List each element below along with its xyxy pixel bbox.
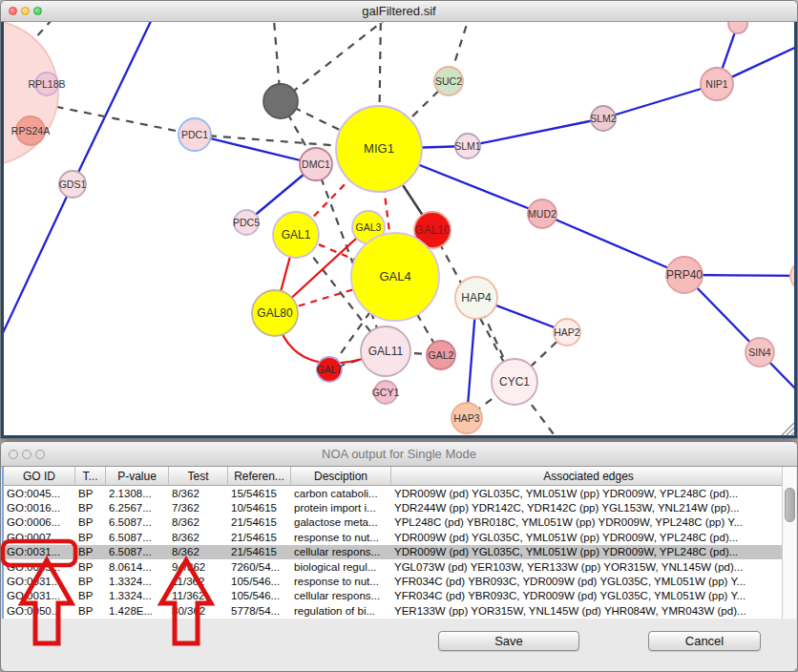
table-cell: YFR034C (pd) YBR093C, YDR009W (pd) YGL03… (391, 576, 787, 587)
node-label-HAP2: HAP2 (554, 326, 580, 338)
table-cell: 8/362 (169, 532, 228, 543)
node-label-PDC1: PDC1 (181, 129, 208, 140)
node-trpart[interactable] (728, 22, 747, 33)
table-cell: 8/362 (169, 546, 228, 557)
table-cell: 8/362 (169, 516, 228, 528)
table-cell: BP (75, 532, 106, 543)
node-grayNode[interactable] (263, 84, 298, 118)
table-cell: 21/54615 (228, 516, 291, 528)
zoom-button[interactable] (33, 7, 42, 15)
node-label-GAL7: GAL7 (317, 364, 343, 375)
node-label-SIN4: SIN4 (748, 346, 771, 358)
minimize-button[interactable] (22, 450, 32, 459)
table-cell: GO:0031... (4, 546, 75, 557)
close-button[interactable] (9, 7, 17, 15)
node-label-GAL10: GAL10 (414, 223, 451, 237)
node-label-HAP4: HAP4 (461, 291, 492, 304)
node-label-GAL2: GAL2 (429, 349, 454, 361)
table-cell: YDR244W (pp) YDR142C, YDR142C (pp) YGL15… (391, 502, 787, 514)
table-cell: BP (75, 502, 106, 514)
column-header-p-value[interactable]: P-value (106, 467, 169, 485)
table-cell: GO:0031... (4, 590, 75, 601)
minimize-button[interactable] (21, 7, 30, 15)
table-cell: GO:0065... (4, 561, 75, 573)
table-row[interactable]: GO:0016...BP6.2567...7/36210/54615protei… (4, 500, 796, 514)
column-header-desciption[interactable]: Desciption (291, 467, 391, 485)
table-cell: 8.0614... (106, 561, 169, 573)
table-cell: regulation of bi... (291, 605, 391, 617)
network-edge (281, 22, 399, 101)
table-cell: YDR009W (pd) YGL035C, YML051W (pp) YDR00… (391, 546, 787, 557)
noa-titlebar[interactable]: NOA output for Single Mode (1, 442, 797, 467)
table-row[interactable]: GO:0006...BP6.5087...8/36221/54615galact… (4, 515, 796, 530)
node-label-PDC5: PDC5 (233, 217, 260, 228)
table-cell: BP (75, 488, 106, 499)
network-window: galFiltered.sif RPL18BRPS24AGDS1PDC1DMC1… (0, 0, 798, 439)
node-label-GAL11: GAL11 (368, 345, 404, 358)
table-cell: 10/54615 (228, 502, 291, 514)
network-titlebar[interactable]: galFiltered.sif (1, 1, 797, 22)
column-header-t-[interactable]: T... (75, 467, 106, 485)
network-canvas[interactable]: RPL18BRPS24AGDS1PDC1DMC1MIG1SUC2SLM1SLM2… (4, 22, 796, 437)
network-edge (4, 184, 73, 337)
table-cell: GO:0031... (4, 576, 75, 587)
table-cell: GO:0045... (4, 488, 75, 499)
zoom-button[interactable] (35, 450, 45, 459)
table-cell: cellular respons... (291, 546, 391, 557)
table-cell: 21/54615 (228, 532, 291, 543)
table-cell: YPL248C (pd) YBR018C, YML051W (pp) YDR00… (391, 516, 787, 528)
node-label-MSN: MSN (793, 270, 796, 282)
resize-grip[interactable] (791, 432, 794, 435)
node-label-NIP1: NIP1 (705, 78, 728, 90)
table-cell: GO:0016... (4, 502, 75, 514)
table-cell: 7/362 (169, 502, 228, 514)
node-label-GAL3: GAL3 (356, 221, 382, 233)
table-cell: 105/546... (228, 590, 291, 601)
column-header-test[interactable]: Test (169, 467, 228, 485)
vertical-scrollbar[interactable] (782, 467, 796, 619)
table-row[interactable]: GO:0045...BP2.1308...8/36215/54615carbon… (4, 486, 796, 500)
table-cell: YER133W (pp) YOR315W, YNL145W (pd) YHR08… (391, 605, 787, 617)
network-edge (73, 22, 154, 184)
table-cell: 80/362 (169, 605, 228, 617)
table-cell: BP (75, 516, 106, 528)
table-cell: 1.3324... (106, 576, 169, 587)
table-cell: biological regul... (291, 561, 391, 573)
table-cell: 6.2567... (106, 502, 169, 514)
table-cell: protein import i... (291, 502, 391, 514)
column-header-go-id[interactable]: GO ID (4, 467, 75, 485)
table-cell: 6.5087... (106, 516, 169, 528)
network-edge (468, 118, 603, 146)
node-label-GAL80: GAL80 (257, 306, 293, 320)
node-label-CYC1: CYC1 (499, 375, 530, 388)
node-label-DMC1: DMC1 (302, 158, 330, 170)
table-header-row: GO IDT...P-valueTestReferen...Desciption… (4, 467, 796, 486)
table-cell: BP (75, 546, 106, 557)
cancel-button[interactable]: Cancel (648, 631, 761, 651)
window-title: NOA output for Single Mode (322, 447, 476, 461)
node-label-SUC2: SUC2 (435, 75, 462, 87)
column-header-associated-edges[interactable]: Associated edges (391, 467, 787, 485)
table-cell: BP (75, 576, 106, 587)
close-button[interactable] (9, 450, 18, 459)
window-title: galFiltered.sif (362, 4, 435, 18)
table-row[interactable]: GO:0007...BP6.5087...8/36221/54615respon… (4, 530, 796, 544)
table-cell: BP (75, 605, 106, 617)
network-canvas-frame: RPL18BRPS24AGDS1PDC1DMC1MIG1SUC2SLM1SLM2… (1, 22, 797, 438)
table-cell: 21/54615 (228, 546, 291, 557)
table-cell: response to nut... (291, 532, 391, 543)
table-row[interactable]: GO:0065...BP8.0614...94/3627260/54...bio… (4, 559, 796, 574)
table-row[interactable]: GO:0031...BP6.5087...8/36221/54615cellul… (4, 545, 796, 559)
table-body: GO:0045...BP2.1308...8/36215/54615carbon… (4, 486, 796, 619)
table-cell: 11/362 (169, 576, 228, 587)
table-cell: BP (75, 561, 106, 573)
scrollbar-thumb[interactable] (785, 488, 795, 522)
noa-output-window: NOA output for Single Mode GO IDT...P-va… (0, 441, 798, 672)
column-header-referen-[interactable]: Referen... (228, 467, 291, 485)
table-row[interactable]: GO:0031...BP1.3324...11/362105/546...cel… (4, 589, 796, 603)
node-label-HAP3: HAP3 (453, 412, 480, 424)
table-row[interactable]: GO:0050...BP1.428E...80/3625778/54...reg… (4, 603, 796, 618)
save-button[interactable]: Save (438, 631, 579, 651)
table-row[interactable]: GO:0031...BP1.3324...11/362105/546...res… (4, 574, 796, 588)
network-edge (603, 84, 717, 118)
